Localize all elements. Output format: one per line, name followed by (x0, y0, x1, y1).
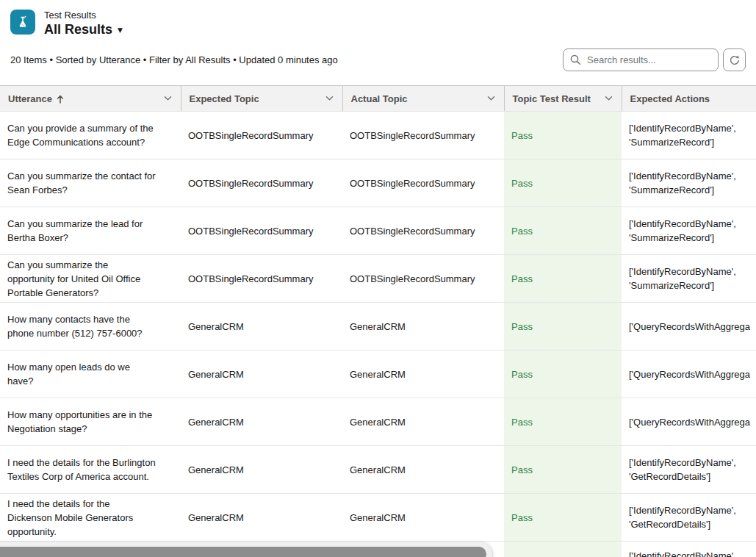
horizontal-scrollbar-thumb[interactable] (0, 547, 486, 557)
list-view-selector[interactable]: All Results ▼ (44, 22, 123, 37)
expected-actions-cell: ['IdentifyRecordByName', 'GetRecordDetai… (622, 494, 756, 542)
topic-test-result-cell: Pass (504, 494, 622, 542)
column-label: Actual Topic (351, 93, 408, 104)
chevron-down-icon[interactable] (605, 96, 613, 101)
table-row: Can you summarize the lead for Bertha Bo… (0, 207, 756, 255)
actual-topic-cell: GeneralCRM (342, 351, 504, 398)
expected-actions-cell: ['QueryRecordsWithAggrega (622, 303, 756, 351)
actual-topic-cell: GeneralCRM (342, 494, 504, 542)
chevron-down-icon[interactable] (325, 96, 334, 101)
test-results-page: Test Results All Results ▼ 20 Items • So… (0, 0, 756, 557)
column-header-actual-topic[interactable]: Actual Topic (342, 86, 504, 112)
list-toolbar: 20 Items • Sorted by Utterance • Filter … (0, 37, 756, 73)
topic-test-result-cell: Pass (504, 255, 622, 303)
expected-topic-cell: GeneralCRM (181, 446, 342, 494)
column-header-topic-test-result[interactable]: Topic Test Result (504, 86, 622, 112)
expected-topic-cell: GeneralCRM (181, 398, 342, 446)
utterance-cell: How many contacts have the phone number … (0, 303, 181, 351)
expected-actions-cell: ['QueryRecordsWithAggrega (622, 351, 756, 398)
table-row: How many contacts have the phone number … (0, 303, 756, 351)
title-block: Test Results All Results ▼ (44, 10, 123, 37)
results-table-body: Can you provide a summary of the Edge Co… (0, 112, 756, 557)
topic-test-result-cell: Pass (504, 398, 622, 446)
topic-test-result-cell: Pass (504, 446, 622, 494)
expected-topic-cell: OOTBSingleRecordSummary (181, 207, 342, 255)
expected-actions-cell: ['IdentifyRecordByName', 'SummarizeRecor… (622, 159, 756, 207)
expected-topic-cell: GeneralCRM (181, 351, 342, 398)
utterance-cell: Can you summarize the opportunity for Un… (0, 255, 181, 303)
expected-actions-cell: ['IdentifyRecordByName', 'GetRecordDetai… (622, 446, 756, 494)
chevron-down-icon[interactable] (164, 96, 172, 101)
column-label: Expected Topic (190, 93, 259, 104)
chevron-down-icon[interactable] (487, 96, 495, 101)
toolbar-actions (563, 48, 746, 71)
expected-actions-cell: ['IdentifyRecordByName', 'SummarizeRecor… (622, 255, 756, 303)
expected-actions-cell: ['IdentifyRecordByName', 'SummarizeRecor… (622, 112, 756, 159)
table-row: How many open leads do we have? GeneralC… (0, 351, 756, 398)
table-row: How many opportunities are in the Negoti… (0, 398, 756, 446)
search-box (563, 48, 719, 71)
table-row: Can you summarize the contact for Sean F… (0, 159, 756, 207)
expected-topic-cell: OOTBSingleRecordSummary (181, 112, 342, 159)
topic-test-result-cell: Pass (504, 303, 622, 351)
column-label: Topic Test Result (513, 93, 591, 104)
column-label: Utterance (8, 93, 52, 104)
utterance-cell: How many open leads do we have? (0, 351, 181, 398)
refresh-icon (729, 54, 741, 66)
refresh-button[interactable] (723, 48, 746, 71)
expected-actions-cell: ['IdentifyRecordByName', (622, 542, 756, 557)
expected-topic-cell: GeneralCRM (181, 303, 342, 351)
expected-topic-cell: OOTBSingleRecordSummary (181, 159, 342, 207)
expected-actions-cell: ['QueryRecordsWithAggrega (622, 398, 756, 446)
utterance-cell: I need the details for the Dickenson Mob… (0, 494, 181, 542)
utterance-cell: Can you summarize the contact for Sean F… (0, 159, 181, 207)
chevron-down-icon: ▼ (118, 25, 123, 34)
actual-topic-cell: OOTBSingleRecordSummary (342, 159, 504, 207)
column-label: Expected Actions (630, 93, 710, 104)
utterance-cell: Can you summarize the lead for Bertha Bo… (0, 207, 181, 255)
topic-test-result-cell: Pass (504, 351, 622, 398)
list-summary: 20 Items • Sorted by Utterance • Filter … (10, 54, 338, 65)
expected-topic-cell: GeneralCRM (181, 494, 342, 542)
actual-topic-cell: GeneralCRM (342, 398, 504, 446)
flask-icon (10, 10, 35, 35)
entity-label: Test Results (44, 10, 123, 21)
topic-test-result-cell: Pass (504, 207, 622, 255)
expected-topic-cell: OOTBSingleRecordSummary (181, 255, 342, 303)
topic-test-result-cell: Pass (504, 159, 622, 207)
actual-topic-cell: OOTBSingleRecordSummary (342, 207, 504, 255)
actual-topic-cell: OOTBSingleRecordSummary (342, 112, 504, 159)
sort-ascending-icon (57, 94, 64, 104)
column-header-expected-actions[interactable]: Expected Actions (622, 86, 756, 112)
page-header: Test Results All Results ▼ (0, 0, 756, 37)
table-row: I need the details for the Dickenson Mob… (0, 494, 756, 542)
results-table: Utterance (0, 85, 756, 557)
topic-test-result-cell: Pass (504, 112, 622, 159)
topic-test-result-cell (504, 542, 622, 557)
column-header-utterance[interactable]: Utterance (0, 86, 181, 112)
table-header-row: Utterance (0, 86, 756, 112)
utterance-cell: How many opportunities are in the Negoti… (0, 398, 181, 446)
table-row: I need the details for the Burlington Te… (0, 446, 756, 494)
view-name: All Results (44, 22, 112, 37)
column-header-expected-topic[interactable]: Expected Topic (181, 86, 342, 112)
table-row: Can you provide a summary of the Edge Co… (0, 112, 756, 159)
expected-actions-cell: ['IdentifyRecordByName', 'SummarizeRecor… (622, 207, 756, 255)
actual-topic-cell: GeneralCRM (342, 446, 504, 494)
horizontal-scrollbar (0, 542, 492, 557)
table-row: Can you summarize the opportunity for Un… (0, 255, 756, 303)
search-input[interactable] (563, 48, 719, 71)
utterance-cell: I need the details for the Burlington Te… (0, 446, 181, 494)
actual-topic-cell: GeneralCRM (342, 303, 504, 351)
utterance-cell: Can you provide a summary of the Edge Co… (0, 112, 181, 159)
actual-topic-cell: OOTBSingleRecordSummary (342, 255, 504, 303)
